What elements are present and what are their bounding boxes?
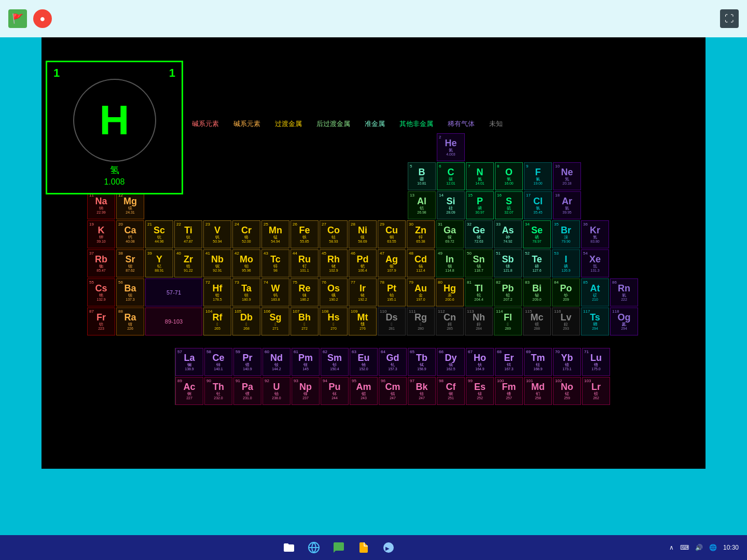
- element-Hg[interactable]: 80Hg汞200.6: [436, 278, 464, 306]
- element-Br[interactable]: 35Br溴79.90: [552, 220, 580, 248]
- element-Md[interactable]: 101Md钔258: [524, 377, 552, 405]
- element-Sr[interactable]: 38Sr锶87.62: [116, 249, 144, 277]
- element-Tc[interactable]: 43Tc锝98: [261, 249, 289, 277]
- element-B[interactable]: 5 B 硼 10.81: [408, 162, 436, 190]
- element-Ti[interactable]: 22Ti钛47.87: [174, 220, 202, 248]
- element-Lu[interactable]: 71Lu镥175.0: [582, 348, 610, 376]
- element-Sg[interactable]: 106Sg𬭳271: [261, 307, 289, 335]
- element-Cn[interactable]: 112Cn鎶285: [436, 307, 464, 335]
- legend-alkaline[interactable]: 碱系元素: [233, 119, 260, 129]
- element-Gd[interactable]: 64Gd钆157.3: [379, 348, 407, 376]
- element-Rh[interactable]: 45Rh铑102.9: [320, 249, 348, 277]
- element-Os[interactable]: 76Os锇190.2: [320, 278, 348, 306]
- element-Ne[interactable]: 10 Ne 氖 20.18: [553, 162, 581, 190]
- element-U[interactable]: 92U铀238.0: [262, 377, 290, 405]
- element-Si[interactable]: 14 Si 硅 28.09: [437, 191, 465, 219]
- element-Ac[interactable]: 89Ac锕227: [175, 377, 203, 405]
- element-V[interactable]: 23V钒50.94: [203, 220, 231, 248]
- element-Sn[interactable]: 50Sn锡118.7: [465, 249, 493, 277]
- element-Au[interactable]: 79Au金197.0: [407, 278, 435, 306]
- element-Ca[interactable]: 20Ca钙40.08: [116, 220, 144, 248]
- element-Pb[interactable]: 82Pb铅207.2: [494, 278, 522, 306]
- taskbar-network-icon[interactable]: 🌐: [709, 544, 717, 551]
- fullscreen-button[interactable]: ⛶: [720, 9, 739, 28]
- element-He[interactable]: 2 He 氦 4.003: [437, 133, 465, 161]
- element-Bh[interactable]: 107Bh𬭛272: [290, 307, 319, 335]
- element-act-placeholder[interactable]: 89-103: [145, 307, 202, 335]
- element-Th[interactable]: 90Th钍232.0: [204, 377, 232, 405]
- element-Re[interactable]: 75Re铼186.2: [290, 278, 319, 306]
- element-Pt[interactable]: 78Pt铂195.1: [378, 278, 406, 306]
- element-Nd[interactable]: 60Nd钕144.2: [262, 348, 290, 376]
- close-button[interactable]: ●: [33, 9, 52, 28]
- element-P[interactable]: 15 P 磷 30.97: [466, 191, 494, 219]
- element-Yb[interactable]: 70Yb镱173.1: [553, 348, 581, 376]
- element-Na[interactable]: 11 Na 钠 22.99: [87, 191, 115, 219]
- element-Zn[interactable]: 30Zn锌65.38: [407, 220, 435, 248]
- element-Cf[interactable]: 98Cf锎251: [437, 377, 465, 405]
- element-Mt[interactable]: 109Mt鿏276: [349, 307, 377, 335]
- element-Ar[interactable]: 18 Ar 氩 39.95: [553, 191, 581, 219]
- element-Cl[interactable]: 17 Cl 氯 35.45: [524, 191, 552, 219]
- element-Ta[interactable]: 73Ta钽180.9: [232, 278, 260, 306]
- element-K[interactable]: 19K钾39.10: [87, 220, 115, 248]
- element-Sb[interactable]: 51Sb锑121.8: [494, 249, 522, 277]
- element-Bk[interactable]: 97Bk锫247: [408, 377, 436, 405]
- element-In[interactable]: 49In铟114.8: [436, 249, 464, 277]
- element-As[interactable]: 33As砷74.92: [494, 220, 522, 248]
- element-Y[interactable]: 39Y钇88.91: [145, 249, 173, 277]
- element-S[interactable]: 16 S 硫 32.07: [495, 191, 523, 219]
- element-Tm[interactable]: 69Tm铥168.9: [524, 348, 552, 376]
- element-Pu[interactable]: 94Pu钚244: [321, 377, 349, 405]
- element-Dy[interactable]: 66Dy镝162.5: [437, 348, 465, 376]
- element-Rn[interactable]: 86Rn氡222: [610, 278, 638, 306]
- element-Tl[interactable]: 81Tl铊204.4: [465, 278, 493, 306]
- element-Es[interactable]: 99Es锿252: [466, 377, 494, 405]
- element-C[interactable]: 6 C 碳 12.01: [437, 162, 465, 190]
- element-Ra[interactable]: 88Ra镭226: [116, 307, 144, 335]
- element-La[interactable]: 57La镧138.9: [175, 348, 203, 376]
- element-Lr[interactable]: 103Lr铹262: [582, 377, 610, 405]
- element-Zr[interactable]: 40Zr锆91.22: [174, 249, 202, 277]
- element-Cd[interactable]: 48Cd镉112.4: [407, 249, 435, 277]
- element-Lv[interactable]: 116Lv鉝293: [552, 307, 580, 335]
- element-Cm[interactable]: 96Cm锔247: [379, 377, 407, 405]
- element-O[interactable]: 8 O 氧 16.00: [495, 162, 523, 190]
- element-Ir[interactable]: 77Ir铱192.2: [349, 278, 377, 306]
- legend-alkali[interactable]: 碱系元素: [192, 119, 219, 129]
- legend-unknown[interactable]: 未知: [489, 119, 503, 129]
- element-Ge[interactable]: 32Ge锗72.63: [465, 220, 493, 248]
- element-Nh[interactable]: 113Nh鉨284: [465, 307, 493, 335]
- element-lan-placeholder[interactable]: 57-71: [145, 278, 202, 306]
- legend-noble[interactable]: 稀有气体: [448, 119, 475, 129]
- element-Mg[interactable]: 12 Mg 镁 24.31: [116, 191, 144, 219]
- taskbar-audio-icon[interactable]: 🔊: [695, 544, 703, 551]
- taskbar-steam-icon[interactable]: ▶: [380, 539, 397, 556]
- element-Rb[interactable]: 37Rb铷85.47: [87, 249, 115, 277]
- element-Np[interactable]: 93Np镎237: [292, 377, 320, 405]
- element-Pr[interactable]: 59Pr镨140.9: [233, 348, 261, 376]
- element-Rg[interactable]: 111Rg𬬭280: [407, 307, 435, 335]
- element-Ds[interactable]: 110Ds𫟼281: [378, 307, 406, 335]
- legend-nonmetal[interactable]: 其他非金属: [399, 119, 433, 129]
- element-Pd[interactable]: 46Pd钯106.4: [349, 249, 377, 277]
- element-Fe[interactable]: 26Fe铁55.85: [290, 220, 319, 248]
- legend-transition[interactable]: 过渡金属: [275, 119, 302, 129]
- element-W[interactable]: 74W钨183.8: [261, 278, 289, 306]
- element-Am[interactable]: 95Am镅243: [350, 377, 378, 405]
- legend-post-transition[interactable]: 后过渡金属: [316, 119, 350, 129]
- element-Mn[interactable]: 25Mn锰54.94: [261, 220, 289, 248]
- element-Ag[interactable]: 47Ag银107.9: [378, 249, 406, 277]
- element-N[interactable]: 7 N 氮 14.01: [466, 162, 494, 190]
- element-Tb[interactable]: 65Tb铽158.9: [408, 348, 436, 376]
- element-Sm[interactable]: 62Sm钐150.4: [321, 348, 349, 376]
- taskbar-files-icon[interactable]: [281, 539, 297, 556]
- taskbar-files2-icon[interactable]: [355, 539, 372, 556]
- legend-metalloid[interactable]: 准金属: [365, 119, 385, 129]
- element-I[interactable]: 53I碘126.9: [552, 249, 580, 277]
- element-Og[interactable]: 118Og鿫294: [610, 307, 638, 335]
- element-Pm[interactable]: 61Pm钷145: [292, 348, 320, 376]
- element-Fl[interactable]: 114Fl𫟷289: [494, 307, 522, 335]
- element-Fr[interactable]: 87Fr钫223: [87, 307, 115, 335]
- element-Fm[interactable]: 100Fm镄257: [495, 377, 523, 405]
